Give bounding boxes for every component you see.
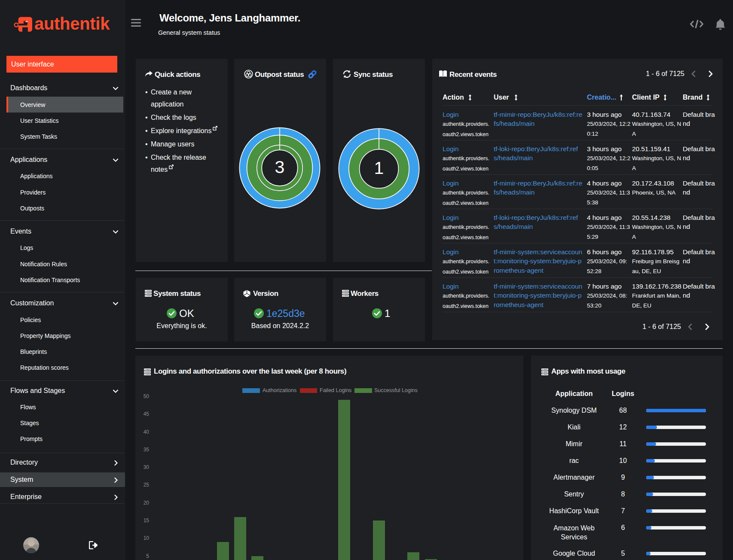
svg-text:authentik: authentik	[34, 15, 110, 33]
